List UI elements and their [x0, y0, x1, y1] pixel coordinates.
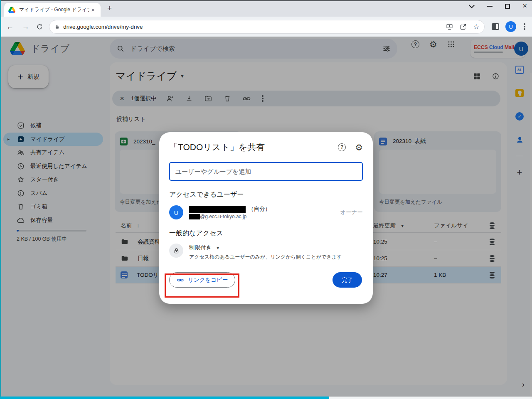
restricted-dropdown[interactable]: 制限付き	[189, 244, 212, 251]
general-access-row: 制限付き ▼ アクセス権のあるユーザーのみが、リンクから開くことができます	[169, 244, 363, 261]
browser-avatar[interactable]: U	[505, 21, 516, 32]
drive-favicon	[8, 7, 15, 13]
screen-top-edge	[0, 0, 532, 1]
screen-left-edge	[0, 0, 1, 399]
dialog-title: 「TODOリスト」を共有	[169, 141, 338, 153]
tab-title: マイドライブ - Google ドライブ	[19, 6, 89, 13]
owner-row: U （自分） @g.ecc.u-tokyo.ac.jp オーナー	[169, 205, 363, 219]
done-button[interactable]: 完了	[332, 272, 362, 288]
general-access-heading: 一般的なアクセス	[169, 229, 363, 238]
close-window-button[interactable]: ×	[522, 2, 527, 10]
share-icon[interactable]	[459, 23, 467, 31]
bookmark-star-icon[interactable]: ☆	[473, 22, 479, 31]
install-icon[interactable]	[446, 23, 453, 31]
https-lock-icon	[54, 24, 60, 30]
address-bar[interactable]: drive.google.com/drive/my-drive ☆	[49, 20, 485, 34]
forward-button[interactable]: →	[20, 22, 32, 31]
redacted-name-bar	[189, 206, 246, 213]
redacted-email-bar	[189, 214, 200, 219]
owner-email-domain: @g.ecc.u-tokyo.ac.jp	[200, 214, 246, 219]
screen-bottom-edge	[0, 397, 532, 399]
screen: マイドライブ - Google ドライブ × + × ← → drive.goo…	[0, 0, 532, 399]
window-controls: ×	[470, 2, 527, 10]
browser-tab-bar: マイドライブ - Google ドライブ × + ×	[0, 0, 532, 17]
owner-avatar: U	[169, 205, 183, 219]
back-button[interactable]: ←	[4, 22, 16, 31]
annotation-highlight-box	[165, 273, 239, 298]
maximize-button[interactable]	[505, 4, 510, 9]
dialog-settings-icon[interactable]: ⚙	[355, 143, 363, 152]
url-text: drive.google.com/drive/my-drive	[63, 24, 446, 30]
new-tab-button[interactable]: +	[107, 5, 112, 12]
side-panel-icon[interactable]	[492, 23, 499, 30]
lock-icon	[169, 244, 183, 258]
tab-close-icon[interactable]: ×	[89, 6, 96, 14]
browser-toolbar: ← → drive.google.com/drive/my-drive	[0, 17, 532, 37]
owner-role-label: オーナー	[340, 209, 363, 216]
add-people-input[interactable]	[169, 162, 363, 181]
tab-search-chevron-icon[interactable]	[469, 2, 475, 8]
access-heading: アクセスできるユーザー	[169, 190, 363, 199]
reload-button[interactable]	[36, 23, 43, 30]
minimize-button[interactable]	[487, 6, 493, 7]
page-actions: ☆	[446, 22, 479, 31]
browser-menu-icon[interactable]	[524, 26, 525, 27]
dropdown-caret-icon[interactable]: ▼	[216, 246, 220, 250]
owner-self-label: （自分）	[248, 205, 271, 213]
dialog-help-icon[interactable]: ?	[338, 143, 346, 151]
restricted-description: アクセス権のあるユーザーのみが、リンクから開くことができます	[189, 254, 342, 261]
browser-tab[interactable]: マイドライブ - Google ドライブ ×	[4, 3, 101, 17]
